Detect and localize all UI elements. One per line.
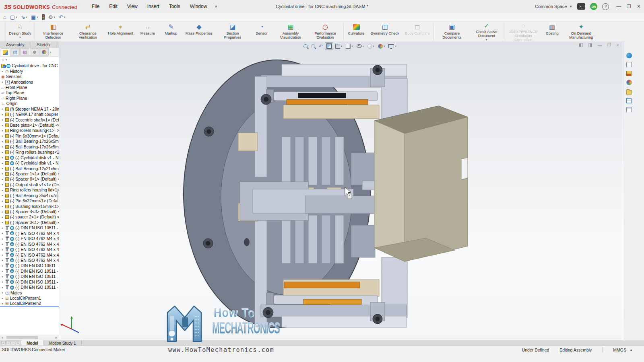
ribbon-tool[interactable]: ↔ Measure bbox=[136, 22, 159, 41]
tree-item[interactable]: ▸ (-) Spacer 1<1> (Default) <<Defau bbox=[0, 171, 59, 177]
tab-assembly[interactable]: Assembly bbox=[0, 41, 31, 48]
ribbon-tool[interactable]: ◧ Interference Detection bbox=[36, 22, 70, 41]
chevron-down-icon[interactable]: ▾ bbox=[373, 45, 374, 48]
open-button[interactable]: ⇘ ▾ bbox=[21, 14, 27, 20]
cad-model[interactable] bbox=[59, 41, 624, 340]
home-button[interactable]: ⌂ bbox=[3, 14, 6, 20]
expand-arrow-icon[interactable]: ▸ bbox=[1, 210, 4, 214]
doc-close-button[interactable]: × bbox=[617, 43, 619, 47]
tree-item[interactable]: ▸ (-) Ball Bearing-35x47x7mm<1> (E bbox=[0, 193, 59, 198]
expand-arrow-icon[interactable]: ▸ bbox=[1, 269, 4, 273]
units-selector[interactable]: MMGS ▴ bbox=[613, 348, 632, 352]
expand-arrow-icon[interactable]: ▸ bbox=[1, 221, 4, 224]
collapse-left-pane-icon[interactable]: ◧ bbox=[579, 42, 583, 47]
tree-item[interactable]: ▸ m (-) EN ISO 4762 M4 x 40 - 20N bbox=[0, 231, 59, 236]
tab-nav-button[interactable]: » bbox=[16, 341, 20, 345]
tree-item[interactable]: ▸ (-) Ball Bearing-17x26x5mm<2> (E bbox=[0, 144, 59, 150]
doc-restore-button[interactable]: ❐ bbox=[607, 42, 611, 47]
scroll-right-icon[interactable]: ▸ bbox=[54, 336, 59, 339]
tree-item[interactable]: ▸ (-) Eccentric shaft<1> (Default) << bbox=[0, 117, 59, 122]
expand-arrow-icon[interactable]: ▸ bbox=[1, 124, 4, 127]
expand-arrow-icon[interactable]: ▸ bbox=[1, 189, 4, 192]
previous-view-button[interactable] bbox=[318, 43, 324, 49]
ribbon-tool[interactable]: ✦ On Demand Manufacturing bbox=[564, 22, 599, 41]
stepper-motor[interactable] bbox=[374, 106, 468, 261]
tree-item[interactable]: ▸ m (-) EN ISO 4762 M4 x 40 - 20N bbox=[0, 236, 59, 241]
tree-horizontal-scrollbar[interactable]: ◂ ▸ bbox=[0, 335, 59, 340]
tree-item[interactable]: ▸ (-) Spacer 3<1> (Default) <<Defau bbox=[0, 220, 59, 225]
tab-nav-button[interactable]: « bbox=[1, 341, 6, 345]
close-button[interactable]: ✕ bbox=[637, 4, 641, 9]
tree-item[interactable]: ▸ m (-) EN ISO 4762 M4 x 40 - 20N bbox=[0, 241, 59, 247]
view-orientation-button[interactable]: ▾ bbox=[334, 43, 343, 49]
tree-item[interactable]: ▸ Mates bbox=[0, 290, 59, 295]
ribbon-tool[interactable]: ▥ Costing bbox=[541, 22, 564, 41]
tree-item[interactable]: ▸ m (-) Cycloidal disk v1 - N20-Rr4 bbox=[0, 160, 59, 166]
expand-arrow-icon[interactable]: ▸ bbox=[1, 107, 4, 111]
hide-show-items-button[interactable]: ▾ bbox=[355, 43, 365, 49]
tree-item[interactable]: ▸ (-) NEMA 17 shaft coupler v2<1> ( bbox=[0, 112, 59, 117]
expand-arrow-icon[interactable]: ▸ bbox=[1, 172, 4, 175]
workspace-selector[interactable]: Common Space ▼ bbox=[535, 4, 572, 9]
expand-arrow-icon[interactable]: ▸ bbox=[1, 200, 4, 203]
tree-item[interactable]: ▸ m (-) DIN EN ISO 10511 - M4 - N bbox=[0, 263, 59, 268]
expand-arrow-icon[interactable]: ▸ bbox=[1, 259, 4, 262]
expand-arrow-icon[interactable]: ▸ bbox=[1, 178, 4, 181]
chevron-down-icon[interactable]: ▾ bbox=[384, 45, 385, 48]
tree-item[interactable]: ▸ Ring rollers housing lid<1> (Defau bbox=[0, 187, 59, 193]
tree-item[interactable]: m Cycloidal drive - for CNC machini bbox=[0, 63, 59, 68]
rebuild-button[interactable] bbox=[42, 14, 45, 20]
tree-item[interactable]: ▸ Ring rollers housing<1> ->? (Defa bbox=[0, 128, 59, 133]
tree-vertical-scrollbar[interactable] bbox=[57, 189, 58, 202]
ribbon-tool[interactable]: Curvature bbox=[345, 22, 368, 41]
design-study-button[interactable]: ♘ Design Study ▾ bbox=[6, 22, 34, 41]
expand-arrow-icon[interactable]: ▸ bbox=[1, 194, 4, 197]
3dexperience-icon[interactable] bbox=[626, 53, 632, 58]
undo-button[interactable]: ↶ ▾ bbox=[59, 14, 65, 20]
tree-item[interactable]: ▸ m (-) EN ISO 4762 M4 x 40 - 20N bbox=[0, 252, 59, 257]
tree-item[interactable]: Top Plane bbox=[0, 90, 59, 95]
graphics-viewport[interactable]: ▾ ▾ ▾ ▾ ▾ ▾ bbox=[59, 41, 624, 340]
chevron-down-icon[interactable]: ▾ bbox=[351, 45, 353, 48]
menu-item[interactable]: Tools bbox=[169, 4, 180, 9]
ribbon-tool[interactable]: ▦ Assembly Visualization bbox=[273, 22, 308, 41]
propertymanager-tab[interactable] bbox=[10, 48, 20, 56]
expand-arrow-icon[interactable]: ▸ bbox=[1, 248, 4, 251]
chevron-down-icon[interactable]: ▾ bbox=[19, 36, 21, 39]
expand-arrow-icon[interactable]: ▸ bbox=[1, 302, 4, 305]
motion-study-tab[interactable]: Motion Study 1 bbox=[44, 340, 82, 346]
tree-item[interactable]: ▸ m (-) DIN EN ISO 10511 - M4 - N bbox=[0, 269, 59, 274]
tab-sketch[interactable]: Sketch bbox=[31, 41, 56, 48]
zoom-to-fit-button[interactable] bbox=[302, 43, 309, 49]
expand-arrow-icon[interactable]: ▸ bbox=[1, 286, 4, 289]
design-library-icon[interactable] bbox=[626, 62, 632, 67]
expand-arrow-icon[interactable]: ▸ bbox=[1, 129, 4, 132]
tree-item[interactable]: Sensors bbox=[0, 74, 59, 79]
expand-arrow-icon[interactable]: ▸ bbox=[1, 140, 4, 143]
model-tab[interactable]: Model bbox=[21, 340, 44, 346]
ribbon-tool[interactable]: ⇄ Clearance Verification bbox=[70, 22, 105, 41]
chevron-down-icon[interactable]: ▾ bbox=[341, 45, 342, 48]
tree-item[interactable]: ▸ (-) Output shaft v1<1> (Default) < bbox=[0, 182, 59, 187]
ribbon-tool[interactable]: ◫ Symmetry Check bbox=[368, 22, 402, 41]
new-document-button[interactable]: ▢ ▾ bbox=[10, 14, 17, 20]
tree-item[interactable]: ▸ m (-) EN ISO 4762 M4 x 40 - 20N bbox=[0, 247, 59, 252]
menu-item[interactable]: Window bbox=[190, 4, 207, 9]
zoom-to-area-button[interactable] bbox=[310, 43, 316, 49]
expand-arrow-icon[interactable]: ▸ bbox=[1, 275, 4, 278]
expand-arrow-icon[interactable]: ▸ bbox=[1, 151, 4, 154]
expand-arrow-icon[interactable]: ▸ bbox=[1, 134, 4, 138]
ribbon-tool[interactable]: ✓ Check Active Document ▾ bbox=[469, 22, 504, 41]
displaymanager-tab[interactable] bbox=[39, 48, 49, 56]
ribbon-tool[interactable]: ◪ Section Properties bbox=[215, 22, 250, 41]
more-tabs-chevron-icon[interactable]: › bbox=[50, 50, 51, 54]
ribbon-tool[interactable]: ▣ Compare Documents bbox=[435, 22, 469, 41]
pin-menu-icon[interactable]: ✦ bbox=[213, 3, 219, 10]
section-view-button[interactable] bbox=[325, 43, 333, 49]
user-avatar[interactable]: DN bbox=[590, 3, 597, 10]
chevron-down-icon[interactable]: ▾ bbox=[16, 16, 17, 19]
tree-item[interactable]: Front Plane bbox=[0, 85, 59, 90]
tree-item[interactable]: ▸ m (-) DIN EN ISO 10511 - M4 - N bbox=[0, 285, 59, 290]
chevron-down-icon[interactable]: ▾ bbox=[6, 58, 7, 62]
expand-arrow-icon[interactable]: ▸ bbox=[1, 183, 4, 186]
